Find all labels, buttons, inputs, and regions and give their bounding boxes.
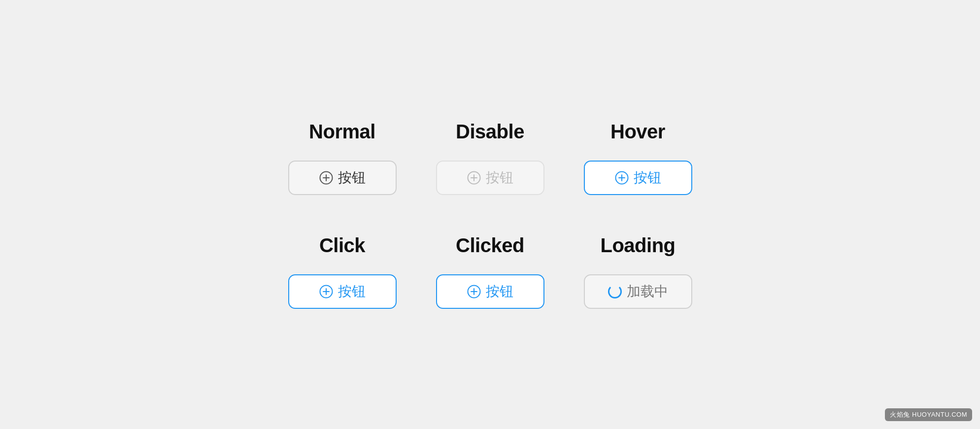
button-states-grid: Normal 按钮 Disable 按钮	[269, 101, 712, 329]
button-loading-text: 加载中	[627, 282, 668, 301]
cell-hover: Hover 按钮	[564, 101, 712, 215]
button-normal[interactable]: 按钮	[288, 161, 397, 195]
plus-circle-icon-hover	[615, 171, 629, 185]
button-disable: 按钮	[436, 161, 544, 195]
button-hover-text: 按钮	[634, 168, 661, 187]
cell-loading: Loading 加载中	[564, 215, 712, 329]
button-disable-text: 按钮	[486, 168, 513, 187]
plus-circle-icon-normal	[319, 171, 333, 185]
plus-circle-icon-clicked	[467, 285, 481, 298]
button-clicked[interactable]: 按钮	[436, 274, 544, 309]
cell-click: Click 按钮	[269, 215, 416, 329]
label-clicked: Clicked	[456, 234, 524, 257]
button-click[interactable]: 按钮	[288, 274, 397, 309]
label-click: Click	[319, 234, 365, 257]
label-hover: Hover	[610, 121, 665, 143]
button-hover[interactable]: 按钮	[584, 161, 692, 195]
button-loading: 加载中	[584, 274, 692, 309]
cell-normal: Normal 按钮	[269, 101, 416, 215]
button-clicked-text: 按钮	[486, 282, 513, 301]
plus-circle-icon-click	[319, 285, 333, 298]
label-loading: Loading	[600, 234, 675, 257]
watermark: 火焰兔 HUOYANTU.COM	[885, 408, 972, 421]
button-click-text: 按钮	[338, 282, 366, 301]
button-normal-text: 按钮	[338, 168, 366, 187]
label-normal: Normal	[309, 121, 375, 143]
plus-circle-icon-disable	[467, 171, 481, 185]
cell-disable: Disable 按钮	[416, 101, 564, 215]
cell-clicked: Clicked 按钮	[416, 215, 564, 329]
label-disable: Disable	[456, 121, 524, 143]
loading-spinner-icon	[608, 285, 622, 298]
